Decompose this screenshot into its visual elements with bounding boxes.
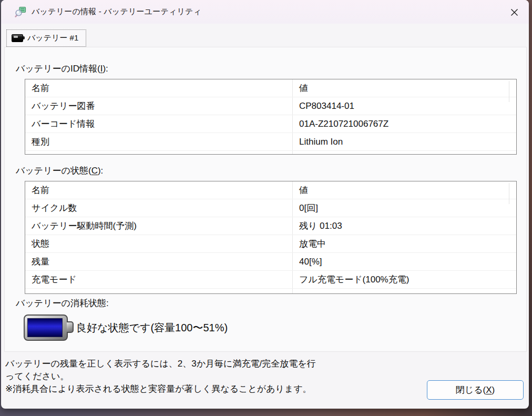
table-row[interactable]: バーコード情報 01A-Z210721006767Z bbox=[25, 115, 516, 133]
access-key: C bbox=[91, 166, 98, 176]
column-header-name: 名前 bbox=[25, 184, 292, 196]
battery-utility-window: バッテリーの情報 - バッテリーユーティリティ バッテリー #1 バッテリーのI… bbox=[1, 0, 529, 409]
note-line: ※消耗具合により表示される状態と実容量が著しく異なることがあります。 bbox=[5, 383, 316, 395]
note-line: バッテリーの残量を正しく表示するには、2、3か月毎に満充電/完全放電を行 bbox=[5, 358, 316, 370]
close-icon[interactable] bbox=[506, 4, 523, 21]
close-button[interactable]: 閉じる(X) bbox=[427, 380, 524, 400]
table-row[interactable]: 充電モード フル充電モード(100%充電) bbox=[25, 270, 516, 288]
table-row[interactable]: 残量 40[%] bbox=[25, 252, 516, 270]
column-header-value: 値 bbox=[292, 79, 516, 97]
battery-search-icon bbox=[15, 6, 26, 18]
table-row[interactable]: 種別 Lithium Ion bbox=[25, 133, 516, 150]
table-row[interactable]: バッテリー図番 CP803414-01 bbox=[25, 97, 516, 115]
tab-label: バッテリー #1 bbox=[27, 33, 78, 43]
id-info-table: 名前 値 バッテリー図番 CP803414-01 バーコード情報 01A-Z21… bbox=[25, 79, 517, 155]
battery-gauge-icon bbox=[24, 314, 68, 341]
wear-heading: バッテリーの消耗状態: bbox=[16, 297, 109, 309]
wear-status-text: 良好な状態です(容量100〜51%) bbox=[76, 321, 228, 335]
window-title: バッテリーの情報 - バッテリーユーティリティ bbox=[32, 7, 201, 17]
battery-icon bbox=[12, 34, 23, 42]
table-header-row: 名前 値 bbox=[25, 181, 516, 199]
table-row[interactable]: 状態 放電中 bbox=[25, 235, 516, 252]
table-row[interactable]: サイクル数 0[回] bbox=[25, 199, 516, 217]
table-filler bbox=[25, 288, 516, 293]
table-row[interactable]: バッテリー駆動時間(予測) 残り 01:03 bbox=[25, 217, 516, 235]
column-header-name: 名前 bbox=[25, 82, 292, 94]
tab-battery-1[interactable]: バッテリー #1 bbox=[6, 29, 86, 47]
wear-status-row: 良好な状態です(容量100〜51%) bbox=[24, 314, 228, 341]
table-header-row: 名前 値 bbox=[25, 79, 516, 97]
table-filler bbox=[25, 150, 516, 154]
note-line: ってください。 bbox=[5, 370, 316, 383]
id-info-heading: バッテリーのID情報(I): bbox=[16, 63, 108, 75]
status-heading: バッテリーの状態(C): bbox=[16, 165, 103, 177]
status-table: 名前 値 サイクル数 0[回] バッテリー駆動時間(予測) 残り 01:03 状… bbox=[25, 181, 517, 294]
access-key: X bbox=[486, 385, 492, 395]
footer-note: バッテリーの残量を正しく表示するには、2、3か月毎に満充電/完全放電を行 ってく… bbox=[5, 358, 316, 395]
column-header-value: 値 bbox=[292, 181, 516, 199]
title-bar: バッテリーの情報 - バッテリーユーティリティ bbox=[1, 0, 529, 24]
